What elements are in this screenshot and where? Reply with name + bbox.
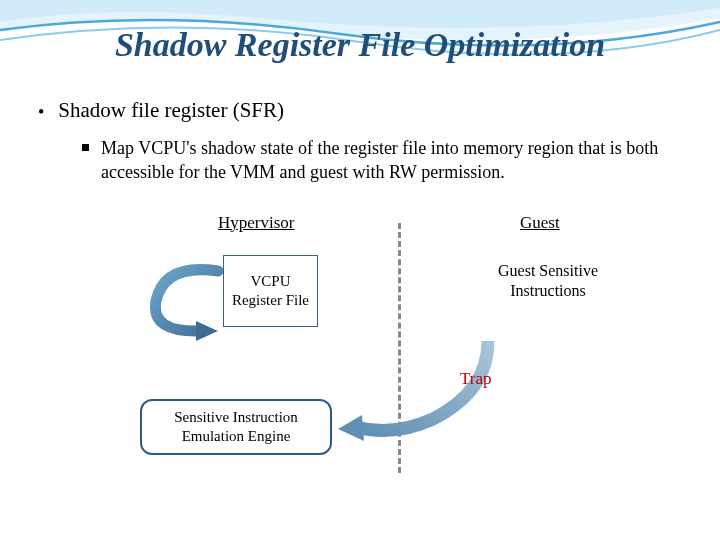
guest-column-label: Guest (520, 213, 560, 233)
page-title: Shadow Register File Optimization (0, 0, 720, 64)
vcpu-register-file-box: VCPU Register File (223, 255, 318, 327)
hypervisor-column-label: Hypervisor (218, 213, 294, 233)
trap-label: Trap (460, 369, 492, 389)
bullet-dot-icon: • (38, 98, 44, 126)
trap-arrow-icon (338, 341, 498, 441)
svg-marker-1 (338, 415, 364, 441)
bullet-level-1: • Shadow file register (SFR) (38, 98, 682, 126)
sub-bullet-text: Map VCPU's shadow state of the register … (101, 136, 661, 185)
architecture-diagram: Hypervisor Guest VCPU Register File Gues… (38, 213, 682, 513)
bullet-1-text: Shadow file register (SFR) (58, 98, 284, 123)
emulation-engine-box: Sensitive Instruction Emulation Engine (140, 399, 332, 455)
bullet-level-2: Map VCPU's shadow state of the register … (82, 136, 682, 185)
content-area: • Shadow file register (SFR) Map VCPU's … (0, 64, 720, 513)
svg-marker-0 (196, 321, 218, 341)
square-bullet-icon (82, 144, 89, 151)
guest-sensitive-instructions-label: Guest Sensitive Instructions (483, 261, 613, 303)
